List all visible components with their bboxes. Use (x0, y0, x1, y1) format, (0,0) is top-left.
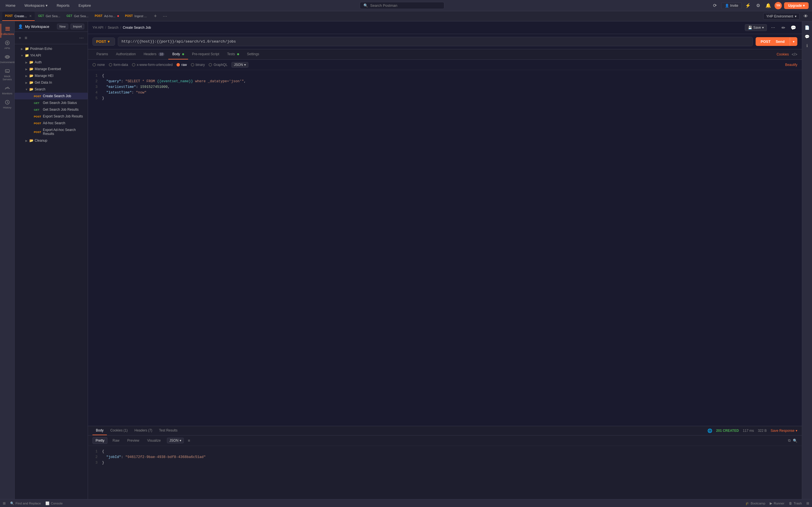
eye-icon[interactable]: 👁 (802, 12, 810, 20)
save-response-button[interactable]: Save Response ▾ (770, 429, 797, 433)
fmt-pretty[interactable]: Pretty (93, 437, 107, 444)
resp-tab-cookies[interactable]: Cookies (1) (107, 426, 131, 435)
method-selector[interactable]: POST ▾ (93, 38, 115, 46)
save-button[interactable]: 💾 Save ▾ (745, 24, 767, 31)
bootcamp-button[interactable]: 🎓 Bootcamp (746, 501, 765, 505)
code-view-icon[interactable]: </> (792, 52, 797, 57)
grid-view-icon[interactable]: ⊞ (806, 501, 809, 505)
body-type-binary[interactable]: binary (191, 63, 205, 67)
body-type-raw[interactable]: raw (176, 63, 187, 67)
request-export-ad-hoc[interactable]: POST Export Ad-hoc Search Results (15, 126, 88, 137)
tab-settings[interactable]: Settings (243, 49, 263, 59)
trash-icon: 🗑 (789, 502, 792, 505)
lightning-icon[interactable]: ⚡ (744, 2, 752, 10)
right-panel-docs-icon[interactable]: 📄 (803, 24, 811, 32)
tab-body[interactable]: Body (168, 49, 188, 59)
folder-search[interactable]: ▼ 📂 Search (15, 86, 88, 93)
import-button[interactable]: Import (70, 24, 84, 29)
sidebar-item-collections[interactable]: Collections (1, 24, 14, 38)
nav-home[interactable]: Home (3, 2, 18, 9)
add-collection-icon[interactable]: + (18, 35, 22, 41)
folder-cleanup[interactable]: ▶ 📂 Cleanup (15, 137, 88, 144)
edit-icon[interactable]: ✏ (779, 24, 787, 32)
url-input[interactable] (118, 37, 753, 46)
send-dropdown-icon[interactable]: ▾ (790, 38, 797, 46)
request-get-search-job-status[interactable]: GET Get Search Job Status (15, 100, 88, 106)
copy-icon[interactable]: ⧉ (788, 438, 791, 443)
folder-manage-hei[interactable]: ▶ 📂 Manage HEI (15, 72, 88, 79)
body-type-graphql[interactable]: GraphQL (209, 63, 227, 67)
history-icon (4, 100, 10, 105)
tab-authorization[interactable]: Authorization (112, 49, 140, 59)
json-format-selector[interactable]: JSON ▾ (232, 62, 248, 68)
tab-create-search-job[interactable]: POST Create... ✕ (2, 12, 35, 21)
folder-manage-eventset[interactable]: ▶ 📂 Manage Eventset (15, 66, 88, 72)
add-tab-button[interactable]: + (151, 12, 159, 20)
nav-explore[interactable]: Explore (77, 2, 93, 9)
sidebar-item-environments[interactable]: Environments (1, 52, 14, 66)
body-type-urlencoded[interactable]: x-www-form-urlencoded (132, 63, 172, 67)
request-export-search-job-results[interactable]: POST Export Search Job Results (15, 113, 88, 120)
tabs-more-button[interactable]: ⋯ (161, 12, 169, 20)
response-json-selector[interactable]: JSON ▾ (167, 438, 184, 443)
fmt-visualize[interactable]: Visualize (144, 438, 163, 444)
resp-tab-headers[interactable]: Headers (7) (131, 426, 156, 435)
nav-reports[interactable]: Reports (54, 2, 72, 9)
right-panel-info-icon[interactable]: ℹ (803, 42, 811, 50)
request-body-editor[interactable]: 1 { 2 "query": "SELECT * FROM {{eventset… (88, 70, 802, 426)
settings-icon[interactable]: ⚙ (754, 2, 762, 10)
sync-icon[interactable]: ⟳ (711, 2, 719, 10)
environment-selector[interactable]: YHP Environment ▾ (763, 13, 800, 20)
more-button[interactable]: ⋯ (769, 24, 777, 32)
sidebar-item-mock-servers[interactable]: Mock Servers (1, 66, 14, 83)
tab-ad-hoc[interactable]: POST Ad-ho... (92, 12, 122, 21)
comment-icon[interactable]: 💬 (790, 24, 797, 32)
request-create-search-job[interactable]: POST Create Search Job (15, 93, 88, 100)
tab-close-icon[interactable]: ✕ (29, 14, 32, 18)
folder-auth[interactable]: ▶ 📂 Auth (15, 59, 88, 66)
breadcrumb-search[interactable]: Search (108, 25, 118, 30)
body-type-none[interactable]: none (93, 63, 105, 67)
fmt-raw[interactable]: Raw (110, 438, 122, 444)
tab-tests[interactable]: Tests (223, 49, 243, 59)
runner-button[interactable]: ▶ Runner (770, 501, 784, 505)
search-input[interactable]: 🔍 Search Postman (360, 2, 444, 9)
tab-get-sea-1[interactable]: GET Get Sea... (35, 12, 63, 21)
bell-icon[interactable]: 🔔 (764, 2, 772, 10)
console-button[interactable]: ⬜ Console (45, 501, 63, 505)
beautify-button[interactable]: Beautify (785, 63, 797, 67)
send-button[interactable]: POST Send ▾ (756, 37, 797, 46)
bottom-layout-icon[interactable]: ⊞ (3, 501, 6, 505)
find-replace-button[interactable]: 🔍 Find and Replace (10, 501, 41, 505)
avatar[interactable]: YH (774, 2, 782, 9)
tab-params[interactable]: Params (93, 49, 112, 59)
sidebar-item-apis[interactable]: APIs (1, 38, 14, 52)
request-ad-hoc-search[interactable]: POST Ad-hoc Search (15, 120, 88, 126)
collections-more-icon[interactable]: ⋯ (79, 35, 84, 41)
fmt-preview[interactable]: Preview (124, 438, 142, 444)
nav-workspaces[interactable]: Workspaces ▾ (22, 2, 50, 9)
collection-yh-api[interactable]: ▼ 📁 YH API (15, 52, 88, 59)
tab-pre-request-script[interactable]: Pre-request Script (188, 49, 223, 59)
request-get-search-job-results[interactable]: GET Get Search Job Results (15, 106, 88, 113)
invite-button[interactable]: 👤 Invite (721, 2, 742, 9)
sidebar-item-history[interactable]: History (1, 97, 14, 111)
tab-headers[interactable]: Headers 10 (140, 49, 168, 59)
wrap-icon[interactable]: ≡ (188, 438, 190, 443)
trash-button[interactable]: 🗑 Trash (789, 502, 802, 505)
breadcrumb-yh-api[interactable]: YH API (93, 25, 103, 30)
search-response-icon[interactable]: 🔍 (793, 439, 797, 443)
tab-ingest[interactable]: POST Ingest ... (122, 12, 150, 21)
resp-tab-body[interactable]: Body (93, 426, 107, 435)
folder-get-data-in[interactable]: ▶ 📂 Get Data In (15, 79, 88, 86)
new-button[interactable]: New (57, 24, 68, 29)
right-panel-comments-icon[interactable]: 💬 (803, 33, 811, 41)
cookies-label[interactable]: Cookies (776, 52, 789, 56)
body-type-form-data[interactable]: form-data (109, 63, 128, 67)
sort-icon[interactable]: ≡ (24, 35, 28, 41)
upgrade-button[interactable]: Upgrade ▾ (784, 2, 809, 9)
resp-tab-test-results[interactable]: Test Results (156, 426, 181, 435)
sidebar-item-monitors[interactable]: Monitors (1, 83, 14, 97)
collection-postman-echo[interactable]: ▶ 📁 Postman Echo (15, 45, 88, 52)
tab-get-sea-2[interactable]: GET Get Sea... (64, 12, 91, 21)
